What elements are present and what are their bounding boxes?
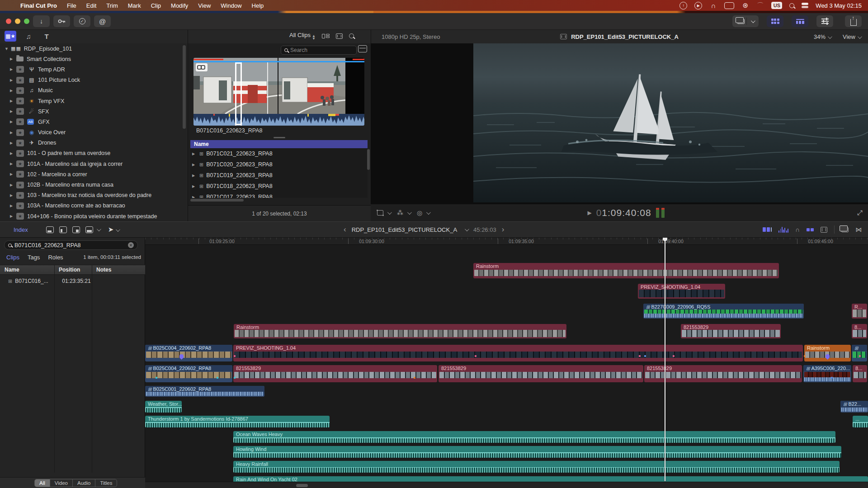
menu-item-file[interactable]: File <box>62 2 81 9</box>
show-browser-button[interactable] <box>767 15 783 27</box>
sidebar-item[interactable]: ▶★✈Drones <box>0 138 188 148</box>
sidebar-item[interactable]: ▶Smart Collections <box>0 54 188 64</box>
disclosure-triangle-icon[interactable]: ▶ <box>10 162 16 166</box>
timeline-clip[interactable]: R... <box>852 304 867 319</box>
disclosure-triangle-icon[interactable]: ▶ <box>10 172 16 176</box>
libraries-tab-icon[interactable]: ▦★ <box>5 31 16 42</box>
sidebar-item[interactable]: ▶★104+106 - Bonino pilota veleiro durant… <box>0 211 188 221</box>
timeline-clip[interactable]: Heavy Rainfall <box>233 461 840 473</box>
sidebar-item[interactable]: ▶★♫Music <box>0 85 188 96</box>
timeline-clip[interactable]: ⊞B025C004_220602_RPA8 <box>145 345 232 361</box>
menu-item-view[interactable]: View <box>193 2 216 9</box>
disclosure-triangle-icon[interactable]: ▼ <box>5 47 11 51</box>
menu-item-modify[interactable]: Modify <box>166 2 193 9</box>
index-button[interactable]: Index <box>14 226 28 233</box>
secondary-displays-icon[interactable] <box>841 227 849 232</box>
show-inspector-button[interactable] <box>816 15 833 27</box>
disclosure-triangle-icon[interactable]: ▶ <box>192 195 197 198</box>
menu-item-window[interactable]: Window <box>216 2 246 9</box>
filter-tab-video[interactable]: Video <box>50 479 73 487</box>
menu-app-name[interactable]: Final Cut Pro <box>15 2 62 9</box>
media-management-button[interactable]: @ <box>94 15 111 27</box>
solo-toggle-icon[interactable]: ∩ <box>795 226 800 233</box>
filmstrip-view-icon[interactable] <box>336 33 343 39</box>
next-project-icon[interactable]: › <box>502 225 505 234</box>
viewer-video-frame[interactable] <box>473 43 868 202</box>
upload-circle-icon[interactable]: ↑ <box>679 2 687 9</box>
connect-edit-icon[interactable] <box>46 226 54 233</box>
disclosure-triangle-icon[interactable]: ▶ <box>10 214 16 218</box>
disclosure-triangle-icon[interactable]: ▶ <box>192 174 197 178</box>
sidebar-item[interactable]: ▶★▤101 Picture Lock <box>0 75 188 85</box>
timeline-clip[interactable]: ⊞A395C006_220... <box>803 365 851 382</box>
keywords-button[interactable] <box>53 15 70 27</box>
window-duplicate-button[interactable] <box>732 15 759 27</box>
filter-tab-audio[interactable]: Audio <box>73 479 95 487</box>
clear-search-icon[interactable]: ✕ <box>128 242 134 248</box>
play-circle-icon[interactable]: ▶ <box>694 2 702 9</box>
timeline-clip[interactable]: Thunderstorm 1 by Sandermotions Id-27886… <box>145 416 330 427</box>
disclosure-triangle-icon[interactable]: ▶ <box>192 163 197 167</box>
timeline-clip[interactable]: 821553829 <box>681 324 781 338</box>
browser-clip-row[interactable]: ▶⊞B071C019_220623_RPA8 <box>190 170 368 181</box>
browser-folder-icon[interactable] <box>358 45 367 52</box>
overwrite-edit-icon[interactable] <box>85 226 93 233</box>
disclosure-triangle-icon[interactable]: ▶ <box>10 141 16 145</box>
input-source-badge[interactable]: US <box>771 2 782 9</box>
fullscreen-icon[interactable]: ⤢ <box>857 209 863 217</box>
disclosure-triangle-icon[interactable]: ▶ <box>10 204 16 208</box>
background-tasks-button[interactable]: ✓ <box>74 15 90 27</box>
index-tab-roles[interactable]: Roles <box>48 254 63 261</box>
sidebar-item[interactable]: ▶★ΨTemp ADR <box>0 64 188 75</box>
menu-clock[interactable]: Wed 3 May 02:15 <box>816 2 862 9</box>
transitions-browser-icon[interactable]: ⋈ <box>855 226 862 233</box>
index-tab-clips[interactable]: Clips <box>6 254 19 261</box>
titles-generators-tab-icon[interactable]: T <box>41 31 52 42</box>
disclosure-triangle-icon[interactable]: ▶ <box>10 89 16 93</box>
timeline-clip[interactable]: PREVIZ_SHOOTING_1.04 <box>638 284 725 299</box>
share-button[interactable] <box>845 15 862 27</box>
playhead[interactable] <box>665 238 665 481</box>
wifi-icon[interactable]: ⌒ <box>756 2 764 9</box>
timeline-clip[interactable]: ... <box>853 416 868 427</box>
zoom-button[interactable] <box>24 19 29 24</box>
audio-skimming-toggle-icon[interactable] <box>778 227 788 233</box>
selected-clip-filmstrip[interactable] <box>193 58 364 126</box>
disclosure-triangle-icon[interactable]: ▶ <box>10 109 16 113</box>
menu-item-trim[interactable]: Trim <box>101 2 123 9</box>
fan-icon[interactable]: ⊛ <box>741 2 749 9</box>
disclosure-triangle-icon[interactable]: ▶ <box>10 193 16 197</box>
minimize-button[interactable] <box>15 19 20 24</box>
previous-project-icon[interactable]: ‹ <box>344 225 346 234</box>
insert-edit-icon[interactable] <box>59 226 67 233</box>
spotlight-search-icon[interactable] <box>789 3 794 8</box>
sidebar-item[interactable]: ▶★101A - Marcelino sai da igreja a corre… <box>0 159 188 169</box>
photos-audio-tab-icon[interactable]: ♫ <box>23 31 34 42</box>
sidebar-item[interactable]: ▶★◉Voice Over <box>0 127 188 138</box>
sidebar-item[interactable]: ▶★☀Temp VFX <box>0 96 188 106</box>
timeline-clip[interactable]: 8... <box>853 365 867 382</box>
sidebar-item[interactable]: ▶★☄SFX <box>0 106 188 117</box>
import-button[interactable]: ↓ <box>33 15 50 27</box>
disclosure-triangle-icon[interactable]: ▶ <box>10 131 16 135</box>
index-search-field[interactable]: B071C016_220623_RPA8 ✕ <box>4 240 138 250</box>
index-table-row[interactable]: ⊞ B071C016_... 01:23:35:21 <box>0 276 145 286</box>
timeline-horizontal-scrollbar[interactable] <box>145 482 868 488</box>
browser-search-toggle-icon[interactable] <box>349 33 354 38</box>
snapping-toggle-icon[interactable] <box>807 228 814 231</box>
display-icon[interactable] <box>724 2 734 9</box>
menu-item-clip[interactable]: Clip <box>146 2 166 9</box>
column-divider[interactable] <box>54 265 55 473</box>
disclosure-triangle-icon[interactable]: ▶ <box>10 120 16 124</box>
show-timeline-button[interactable] <box>792 15 808 27</box>
sidebar-item[interactable]: ▶★102 - Marcelino a correr <box>0 169 188 179</box>
selected-clip-name[interactable]: B071C016_220623_RPA8 <box>196 127 262 134</box>
timeline-clip[interactable]: ⊞B22... <box>840 401 868 413</box>
clip-appearance-button[interactable] <box>821 227 827 233</box>
control-center-icon[interactable] <box>802 3 808 8</box>
sidebar-item[interactable]: ▶★103A - Marcelino corre ate ao barracao <box>0 201 188 211</box>
filter-tab-titles[interactable]: Titles <box>95 479 117 487</box>
browser-list-header[interactable]: Name <box>190 140 368 148</box>
disclosure-triangle-icon[interactable]: ▶ <box>192 184 197 188</box>
disclosure-triangle-icon[interactable]: ▶ <box>10 99 16 103</box>
